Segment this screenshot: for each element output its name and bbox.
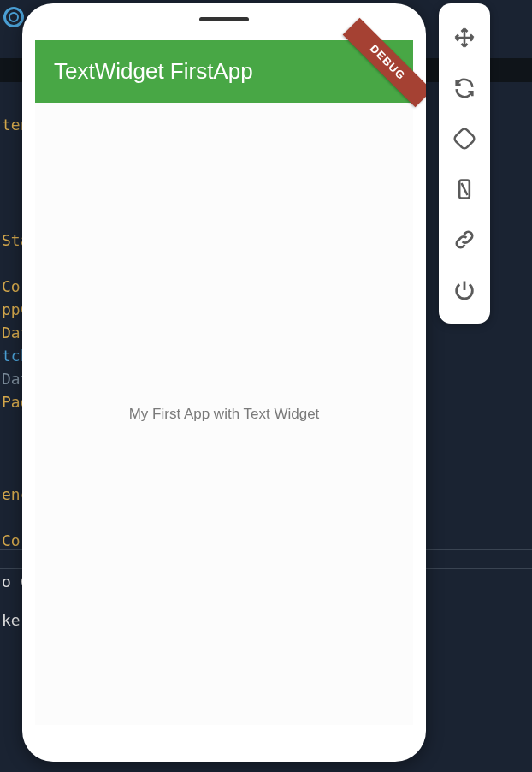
move-icon [452,26,476,50]
debug-ribbon: DEBUG [343,18,426,108]
link-icon [452,228,476,252]
rotate-button[interactable] [447,122,482,156]
resize-icon [452,177,476,201]
device-screen: TextWidget FirstApp DEBUG My First App w… [35,40,413,725]
device-frame: TextWidget FirstApp DEBUG My First App w… [22,3,426,762]
device-notch [199,17,249,21]
power-icon [452,278,476,302]
app-title: TextWidget FirstApp [54,58,253,85]
gear-icon[interactable] [3,7,24,27]
svg-rect-0 [453,127,476,149]
reload-button[interactable] [447,71,482,105]
emulator-toolbar [439,3,490,324]
resize-button[interactable] [447,172,482,206]
reload-icon [452,76,476,100]
rotate-icon [452,127,476,151]
power-button[interactable] [447,273,482,307]
move-button[interactable] [447,21,482,55]
app-body: My First App with Text Widget [35,103,413,725]
app-bar: TextWidget FirstApp DEBUG [35,40,413,103]
body-text: My First App with Text Widget [129,406,320,423]
link-button[interactable] [447,223,482,257]
